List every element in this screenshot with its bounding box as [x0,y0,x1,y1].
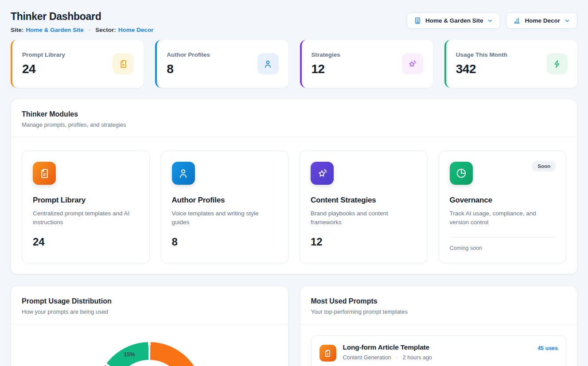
sector-selector-label: Home Decor [525,17,560,24]
sector-label: Sector: [95,27,116,33]
stat-label: Strategies [312,51,340,58]
user-icon [257,53,279,74]
modules-panel-header: Thinker Modules Manage prompts, profiles… [11,99,577,137]
module-description: Track AI usage, compliance, and version … [450,209,556,227]
usage-card-title: Prompt Usage Distribution [22,297,277,305]
stat-card-usage: Usage This Month 342 [444,40,577,88]
stat-label: Usage This Month [456,51,507,58]
modules-panel-subtitle: Manage prompts, profiles, and strategies [22,121,566,128]
module-card-content-strategies[interactable]: Content Strategies Brand playbooks and c… [300,151,428,263]
coming-soon-text: Coming soon [450,245,556,251]
site-selector-dropdown[interactable]: Home & Garden Site [407,12,501,29]
chevron-down-icon [564,18,570,24]
module-title: Prompt Library [33,196,139,205]
breadcrumb: Site: Home & Garden Site · Sector: Home … [11,27,153,33]
stat-text: Usage This Month 342 [456,51,507,76]
page-header: Thinker Dashboard Site: Home & Garden Si… [11,11,577,33]
chevron-down-icon [487,18,493,24]
stat-value: 12 [312,62,340,76]
pie-chart-icon [450,162,473,185]
prompt-item-title: Long-form Article Template [343,343,432,351]
stat-card-strategies: Strategies 12 [300,40,433,88]
module-value: 24 [33,236,139,248]
user-icon [172,162,195,185]
site-label: Site: [11,27,23,33]
file-text-icon [33,162,56,185]
module-value: 8 [172,236,278,248]
most-used-prompts-card: Most Used Prompts Your top-performing pr… [300,286,578,366]
sparkle-star-icon [311,162,334,185]
stat-text: Author Profiles 8 [167,51,210,76]
bottom-row: Prompt Usage Distribution How your promp… [11,286,577,366]
stat-card-prompt-library: Prompt Library 24 [11,40,144,88]
file-text-icon [319,345,336,362]
modules-panel-title: Thinker Modules [22,110,566,118]
donut-chart-area: 15% [11,324,288,366]
thinker-modules-panel: Thinker Modules Manage prompts, profiles… [11,99,577,274]
stat-text: Strategies 12 [312,51,340,76]
bar-chart-icon [513,17,521,24]
stat-value: 24 [22,62,65,76]
module-title: Author Profiles [172,196,278,205]
dashboard-page: Thinker Dashboard Site: Home & Garden Si… [0,0,588,366]
prompts-card-title: Most Used Prompts [311,297,567,305]
page-title: Thinker Dashboard [11,11,153,23]
stat-text: Prompt Library 24 [22,51,65,76]
soon-badge: Soon [532,161,556,171]
prompt-item-text: Long-form Article Template Content Gener… [343,343,432,361]
sector-link[interactable]: Home Decor [118,27,154,33]
prompt-list-item[interactable]: Long-form Article Template Content Gener… [311,335,567,366]
modules-grid: Prompt Library Centralized prompt templa… [22,151,566,263]
zap-icon [546,53,568,74]
donut-chart[interactable]: 15% [96,342,203,366]
header-actions: Home & Garden Site Home Decor [407,12,577,29]
module-card-governance[interactable]: Soon Governance Track AI usage, complian… [439,151,567,263]
stats-row: Prompt Library 24 Author Profiles 8 Stra… [11,40,577,88]
usage-card-subtitle: How your prompts are being used [22,308,277,315]
module-title: Governance [450,196,556,205]
module-value: 12 [311,236,417,248]
stat-value: 342 [456,62,507,76]
module-description: Centralized prompt templates and AI inst… [33,209,139,227]
module-divider [450,237,556,238]
usage-distribution-card: Prompt Usage Distribution How your promp… [11,286,288,366]
breadcrumb-separator: · [89,27,91,33]
prompts-card-header: Most Used Prompts Your top-performing pr… [300,286,577,324]
module-description: Brand playbooks and content frameworks [311,209,417,227]
stat-value: 8 [167,62,210,76]
prompt-item-uses: 45 uses [537,345,558,351]
stat-label: Prompt Library [22,51,65,58]
module-title: Content Strategies [311,196,417,205]
module-card-author-profiles[interactable]: Author Profiles Voice templates and writ… [161,151,289,263]
stat-card-author-profiles: Author Profiles 8 [155,40,288,88]
site-link[interactable]: Home & Garden Site [26,27,84,33]
stat-label: Author Profiles [167,51,210,58]
building-icon [414,17,421,24]
module-card-prompt-library[interactable]: Prompt Library Centralized prompt templa… [22,151,150,263]
donut-segment-label: 15% [124,351,135,358]
header-left: Thinker Dashboard Site: Home & Garden Si… [11,11,153,33]
file-text-icon [113,53,134,74]
prompt-item-time: 2 hours ago [403,354,432,361]
sector-selector-dropdown[interactable]: Home Decor [506,12,577,29]
prompts-card-subtitle: Your top-performing prompt templates [311,308,567,315]
site-selector-label: Home & Garden Site [425,17,483,24]
sparkle-star-icon [402,53,423,74]
usage-card-header: Prompt Usage Distribution How your promp… [11,286,288,324]
prompt-item-meta: Content Generation · 2 hours ago [343,354,432,361]
module-description: Voice templates and writing style guides [172,209,278,227]
prompt-item-category: Content Generation [343,354,391,361]
meta-separator: · [396,354,398,361]
modules-panel-body: Prompt Library Centralized prompt templa… [11,137,577,274]
prompt-list: Long-form Article Template Content Gener… [300,324,577,366]
